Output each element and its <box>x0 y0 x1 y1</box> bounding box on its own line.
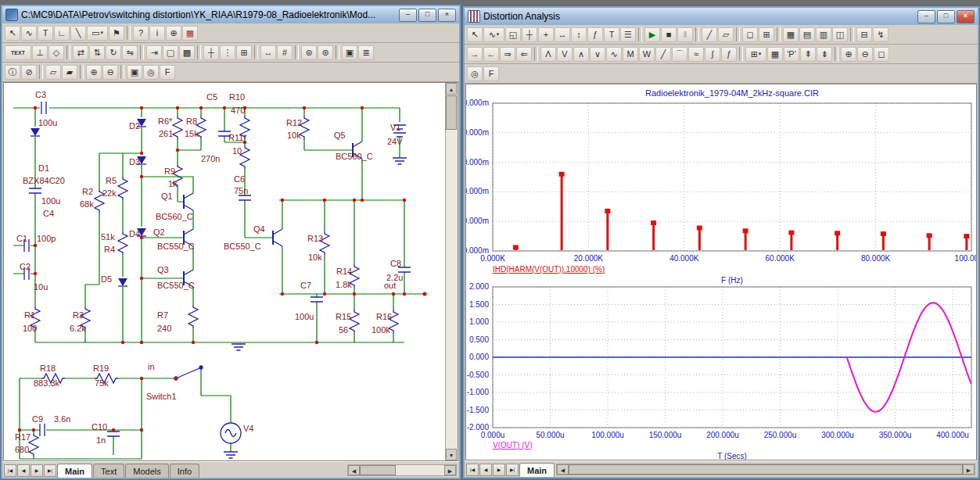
toolbar-button[interactable] <box>638 27 642 41</box>
schematic-label[interactable]: 68k <box>80 200 94 210</box>
global-low-button[interactable]: W <box>639 47 655 62</box>
schematic-label[interactable]: 680 <box>15 446 29 455</box>
schematic-label[interactable]: R18 <box>40 364 56 374</box>
toolbar-button[interactable] <box>197 45 201 59</box>
tab-nav-button[interactable]: |◀ <box>4 464 16 477</box>
toolbar-button[interactable] <box>295 45 299 59</box>
schematic-label[interactable]: 883.3k <box>34 379 59 389</box>
schematic-label[interactable]: 100u <box>41 197 60 206</box>
help-mode-button[interactable]: i <box>149 26 165 41</box>
schematic-label[interactable]: BZX84C20 <box>23 177 65 186</box>
schematic-label[interactable]: R8 <box>186 117 197 127</box>
scroll-left-arrow[interactable]: ◀ <box>557 464 569 475</box>
ortho-line-tool-button[interactable]: ∟ <box>54 26 70 41</box>
grid-snap-button[interactable]: ⊞ <box>236 45 252 60</box>
mc-home-button[interactable]: ▦ <box>182 26 198 41</box>
minimize-button[interactable]: – <box>399 9 417 22</box>
grid-dots-button[interactable]: ⋮ <box>220 45 235 60</box>
global-high-button[interactable]: M <box>623 47 638 62</box>
vertical-tag-button[interactable]: ↕ <box>571 27 587 42</box>
schematic-label[interactable]: C5 <box>206 93 217 102</box>
schematic-label[interactable]: 100k <box>372 326 390 335</box>
schematic-label[interactable]: 56 <box>339 326 348 335</box>
schematic-label[interactable]: R4 <box>104 245 115 255</box>
performance-tag-button[interactable]: ƒ <box>587 27 603 42</box>
toolbar-button[interactable] <box>127 26 131 40</box>
schematic-label[interactable]: 470 <box>231 106 245 116</box>
curvature-button[interactable]: ⌒ <box>672 47 687 62</box>
interpolate-button[interactable]: ≈ <box>688 47 704 62</box>
tag-fall-button[interactable]: ⇟ <box>817 47 832 62</box>
flag-tool-button[interactable]: ⚑ <box>109 26 124 41</box>
pattern-button[interactable]: # <box>277 45 293 60</box>
toolbar-button[interactable] <box>336 45 339 59</box>
web-button[interactable]: ⊕ <box>166 26 181 41</box>
scroll-right-arrow[interactable]: ▶ <box>963 464 975 475</box>
line-mode-button[interactable]: ╱ <box>702 27 717 42</box>
zoom-in-button[interactable]: ⊕ <box>841 47 856 62</box>
schematic-label[interactable]: R6* <box>158 117 172 127</box>
zoom-area-button[interactable]: ◻ <box>874 47 889 62</box>
properties-button[interactable]: ☰ <box>620 27 636 42</box>
grid-button[interactable]: ┼ <box>203 45 219 60</box>
toolbar-button[interactable] <box>736 27 740 41</box>
schematic-label[interactable]: R5 <box>106 177 117 186</box>
schematic-label[interactable]: 22k <box>102 189 117 199</box>
watch-dropdown-button[interactable]: ⊞ <box>745 47 766 62</box>
schematic-label[interactable]: C8 <box>390 260 401 269</box>
schematic-label[interactable]: 6.2k <box>70 324 86 334</box>
schematic-label[interactable]: C9 <box>32 415 43 424</box>
toolbar-button[interactable] <box>254 45 258 59</box>
vertical-scrollbar[interactable]: ▲ ▼ <box>445 83 458 460</box>
copy-page-button[interactable]: ▰ <box>62 65 77 80</box>
schematic-label[interactable]: R15 <box>336 313 351 322</box>
schematic-label[interactable]: R11* <box>228 134 247 143</box>
schematic-label[interactable]: D1 <box>38 164 49 174</box>
schematic-label[interactable]: Q5 <box>334 131 346 141</box>
help-button[interactable]: ? <box>133 26 149 41</box>
select-tool-button[interactable]: ↖ <box>5 26 20 41</box>
prev-point-button[interactable]: ← <box>483 47 499 62</box>
flip-horizontal-button[interactable]: ⇄ <box>73 45 88 60</box>
schematic-label[interactable]: C10 <box>92 423 107 432</box>
schematic-label[interactable]: C6 <box>234 175 245 184</box>
low-button[interactable]: ∨ <box>590 47 605 62</box>
polygon-mode-button[interactable]: ▱ <box>718 27 734 42</box>
region-button[interactable]: ▩ <box>179 45 195 60</box>
schematic-label[interactable]: 24V <box>387 138 403 147</box>
maximize-button[interactable]: □ <box>937 10 955 23</box>
stretch-button[interactable]: ↔ <box>260 45 276 60</box>
schematic-label[interactable]: R16 <box>376 313 392 322</box>
font-button[interactable]: F <box>160 65 175 80</box>
tab-nav-button[interactable]: |◀ <box>466 464 479 476</box>
toolbar-button[interactable] <box>534 47 538 61</box>
schematic-label[interactable]: D4 <box>129 230 140 239</box>
schematic-label[interactable]: C7 <box>300 281 311 291</box>
schematic-label[interactable]: R12 <box>286 119 302 128</box>
high-button[interactable]: ∧ <box>573 47 589 62</box>
tab-info[interactable]: Info <box>170 464 199 478</box>
toolbar-button[interactable] <box>140 45 144 59</box>
schematic-label[interactable]: 10 <box>232 147 242 156</box>
schematic-label[interactable]: 1.8k <box>336 281 352 290</box>
close-button[interactable]: × <box>438 9 456 22</box>
select-mode-button[interactable]: ↖ <box>467 27 483 42</box>
scale-mode-button[interactable]: ◱ <box>505 27 521 42</box>
find-button[interactable]: ⊚ <box>301 45 317 60</box>
horizontal-scrollbar[interactable]: ◀ ▶ <box>347 464 457 476</box>
peak-button[interactable]: Λ <box>540 47 556 62</box>
scroll-right-arrow[interactable]: ▶ <box>444 465 456 475</box>
analysis-titlebar[interactable]: Distortion Analysis – □ × <box>465 8 978 25</box>
schematic-canvas[interactable]: C3100uD1BZX84C20100uC4C1100pC210uR268kR5… <box>3 82 458 461</box>
schematic-label[interactable]: BC550_C <box>224 242 261 252</box>
toolbar-button[interactable] <box>777 27 781 41</box>
world-button[interactable]: ◎ <box>143 65 159 80</box>
schematic-label[interactable]: R3 <box>73 311 84 321</box>
toolbar-button[interactable] <box>80 65 84 79</box>
cursor-window-button[interactable]: ⊟ <box>856 27 872 42</box>
schematic-label[interactable]: 1k <box>168 180 178 189</box>
schematic-label[interactable]: BC550_C <box>157 242 195 252</box>
schematic-label[interactable]: Q3 <box>157 266 169 275</box>
ruler-button[interactable]: ▥ <box>816 27 831 42</box>
schematic-label[interactable]: R2 <box>82 188 93 197</box>
